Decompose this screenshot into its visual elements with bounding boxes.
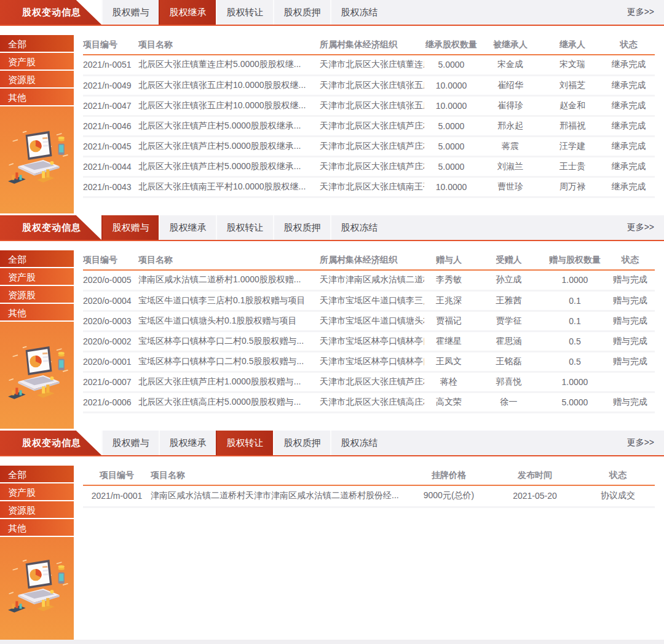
tab-freeze[interactable]: 股权冻结 <box>330 431 387 455</box>
tab-inherit[interactable]: 股权继承 <box>159 431 216 455</box>
tab-transfer[interactable]: 股权转让 <box>216 215 273 240</box>
sidebar-item-resource-shares[interactable]: 资源股 <box>0 71 74 89</box>
more-link[interactable]: 更多>> <box>627 437 664 448</box>
tab-gift[interactable]: 股权赠与 <box>101 431 159 455</box>
table-cell: 天津市北辰区大张庄镇南王平村股... <box>320 177 424 197</box>
section-title: 股权变动信息 <box>0 215 101 240</box>
section-body: 全部资产股资源股其他 <box>0 456 664 640</box>
table-row[interactable]: 2021/n-0046北辰区大张庄镇芦庄村5.0000股股权继承...天津市北辰… <box>83 116 655 136</box>
tab-transfer[interactable]: 股权转让 <box>216 0 273 25</box>
table-cell: 继承完成 <box>603 55 655 75</box>
column-header: 继承股权数量 <box>424 35 478 55</box>
table-row[interactable]: 2021/n-0044北辰区大张庄镇芦庄村5.0000股股权继承...天津市北辰… <box>83 156 655 177</box>
sidebar-item-asset-shares[interactable]: 资产股 <box>0 268 74 286</box>
table-row[interactable]: 2021/m-0001津南区咸水沽镇二道桥村天津市津南区咸水沽镇二道桥村股份经.… <box>83 485 655 507</box>
table-cell: 刘淑兰 <box>478 156 542 177</box>
table-cell: 孙立成 <box>473 270 544 290</box>
sidebar-item-resource-shares[interactable]: 资源股 <box>0 286 74 304</box>
tab-pledge[interactable]: 股权质押 <box>273 215 330 240</box>
column-header: 状态 <box>606 250 655 270</box>
table-cell: 王凤文 <box>424 351 473 372</box>
column-header: 赠与股权数量 <box>544 250 606 270</box>
table-row[interactable]: 2021/n-0051北辰区大张庄镇董连庄村5.0000股股权继...天津市北辰… <box>83 55 655 75</box>
table-cell: 北辰区大张庄镇芦庄村1.0000股股权赠与... <box>138 372 320 392</box>
table-cell: 10.0000 <box>424 95 478 116</box>
tab-inherit[interactable]: 股权继承 <box>159 215 216 240</box>
table-header-row: 项目编号项目名称所属村集体经济组织继承股权数量被继承人继承人状态 <box>83 35 655 55</box>
table-cell: 蒋震 <box>478 136 542 156</box>
table-cell: 10.0000 <box>424 177 478 197</box>
column-header: 发布时间 <box>489 466 581 485</box>
tab-freeze[interactable]: 股权冻结 <box>330 0 387 25</box>
table-cell: 继承完成 <box>603 75 655 95</box>
table-cell: 天津市宝坻区牛道口镇塘头村股份... <box>320 311 424 331</box>
table-row[interactable]: 2020/o-0005津南区咸水沽镇二道桥村1.0000股股权赠...天津市津南… <box>83 270 655 290</box>
table-cell: 天津市北辰区大张庄镇芦庄村股份... <box>320 156 424 177</box>
table-cell: 2021/n-0043 <box>83 177 138 197</box>
table-cell: 王雅茜 <box>473 290 544 311</box>
table-row[interactable]: 2021/n-0045北辰区大张庄镇芦庄村5.0000股股权继承...天津市北辰… <box>83 136 655 156</box>
table-cell: 2021/n-0049 <box>83 75 138 95</box>
table-cell: 5.0000 <box>424 55 478 75</box>
laptop-analytics-illustration <box>0 322 74 429</box>
table-row[interactable]: 2021/n-0049北辰区大张庄镇张五庄村10.0000股股权继...天津市北… <box>83 75 655 95</box>
tab-inherit[interactable]: 股权继承 <box>159 0 216 25</box>
sidebar-item-all[interactable]: 全部 <box>0 250 74 268</box>
table-cell: 天津市宝坻区林亭口镇林亭口二村... <box>320 351 424 372</box>
sidebar-item-asset-shares[interactable]: 资产股 <box>0 53 74 71</box>
sidebar-item-resource-shares[interactable]: 资源股 <box>0 501 74 519</box>
more-link[interactable]: 更多>> <box>627 7 664 18</box>
table-cell: 北辰区大张庄镇张五庄村10.0000股股权继... <box>138 75 320 95</box>
table-row[interactable]: 2020/o-0003宝坻区牛道口镇塘头村0.1股股权赠与项目天津市宝坻区牛道口… <box>83 311 655 331</box>
sidebar-item-other[interactable]: 其他 <box>0 519 74 537</box>
table-row[interactable]: 2021/o-0007北辰区大张庄镇芦庄村1.0000股股权赠与...天津市北辰… <box>83 372 655 392</box>
category-list: 全部资产股资源股其他 <box>0 35 74 106</box>
table-row[interactable]: 2020/o-0002宝坻区林亭口镇林亭口二村0.5股股权赠与...天津市宝坻区… <box>83 331 655 351</box>
column-header: 挂牌价格 <box>409 466 489 485</box>
table-cell: 2021/n-0051 <box>83 55 138 75</box>
more-link[interactable]: 更多>> <box>627 222 664 233</box>
section-title: 股权变动信息 <box>0 431 101 455</box>
tab-pledge[interactable]: 股权质押 <box>273 431 330 455</box>
column-header: 项目编号 <box>83 35 138 55</box>
data-table: 项目编号项目名称所属村集体经济组织继承股权数量被继承人继承人状态 2021/n-… <box>83 35 655 198</box>
table-cell: 天津市宝坻区林亭口镇林亭口二村... <box>320 331 424 351</box>
table-row[interactable]: 2021/o-0006北辰区大张庄镇高庄村5.0000股股权赠与...天津市北辰… <box>83 392 655 412</box>
sidebar-item-other[interactable]: 其他 <box>0 89 74 106</box>
sidebar-item-all[interactable]: 全部 <box>0 35 74 53</box>
table-cell: 1.0000 <box>544 372 606 392</box>
tab-transfer[interactable]: 股权转让 <box>216 431 273 455</box>
table-row[interactable]: 2020/o-0004宝坻区牛道口镇李三店村0.1股股权赠与项目天津市宝坻区牛道… <box>83 290 655 311</box>
table-row[interactable]: 2021/n-0047北辰区大张庄镇张五庄村10.0000股股权继...天津市北… <box>83 95 655 116</box>
table-cell: 北辰区大张庄镇芦庄村5.0000股股权继承... <box>138 156 320 177</box>
table-cell: 赠与完成 <box>606 331 655 351</box>
table-row[interactable]: 2020/o-0001宝坻区林亭口镇林亭口二村0.5股股权赠与...天津市宝坻区… <box>83 351 655 372</box>
table-cell: 霍思涵 <box>473 331 544 351</box>
table-cell: 赠与完成 <box>606 311 655 331</box>
sidebar-item-all[interactable]: 全部 <box>0 466 74 483</box>
section-body: 全部资产股资源股其他 <box>0 241 664 431</box>
laptop-analytics-illustration <box>0 106 74 213</box>
table-cell: 5.0000 <box>424 136 478 156</box>
table-row[interactable]: 2021/n-0043北辰区大张庄镇南王平村10.0000股股权继...天津市北… <box>83 177 655 197</box>
category-sidebar: 全部资产股资源股其他 <box>0 250 74 429</box>
column-header: 项目名称 <box>138 35 320 55</box>
table-cell: 5.0000 <box>544 392 606 412</box>
table-cell: 2020/o-0001 <box>83 351 138 372</box>
sidebar-item-asset-shares[interactable]: 资产股 <box>0 483 74 501</box>
tab-pledge[interactable]: 股权质押 <box>273 0 330 25</box>
tab-bar: 股权赠与股权继承股权转让股权质押股权冻结 <box>101 215 387 240</box>
column-header: 被继承人 <box>478 35 542 55</box>
sidebar-item-other[interactable]: 其他 <box>0 304 74 322</box>
table-cell: 宋文瑞 <box>542 55 603 75</box>
table-cell: 2021-05-20 <box>489 485 581 507</box>
tab-gift[interactable]: 股权赠与 <box>101 215 159 240</box>
table-header-row: 项目编号项目名称挂牌价格发布时间状态 <box>83 466 655 485</box>
table-cell: 继承完成 <box>603 116 655 136</box>
table-cell: 北辰区大张庄镇董连庄村5.0000股股权继... <box>138 55 320 75</box>
data-table: 项目编号项目名称所属村集体经济组织赠与人受赠人赠与股权数量状态 2020/o-0… <box>83 250 655 413</box>
table-cell: 赠与完成 <box>606 290 655 311</box>
tab-freeze[interactable]: 股权冻结 <box>330 215 387 240</box>
column-header: 状态 <box>603 35 655 55</box>
tab-gift[interactable]: 股权赠与 <box>101 0 159 25</box>
